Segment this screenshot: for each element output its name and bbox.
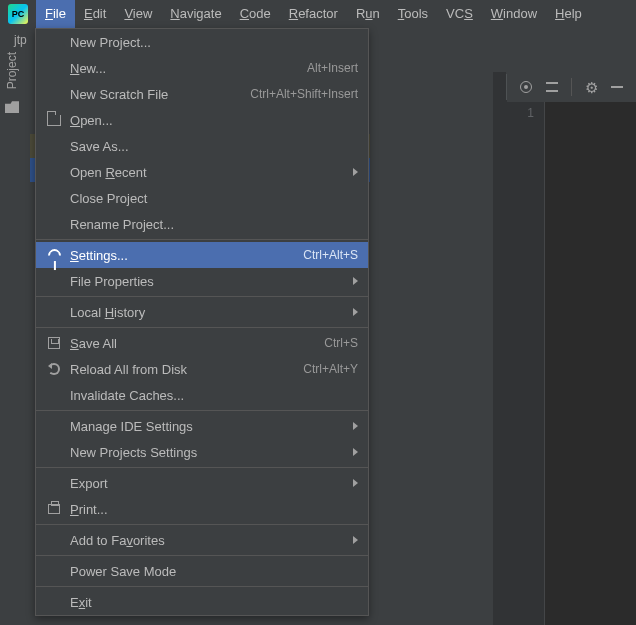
select-opened-file-button[interactable]	[515, 76, 537, 98]
chevron-right-icon	[353, 448, 358, 456]
menu-item-save-as[interactable]: Save As...	[36, 133, 368, 159]
separator	[571, 78, 572, 96]
menu-item-exit[interactable]: Exit	[36, 589, 368, 615]
gear-icon: ⚙	[585, 80, 598, 95]
menu-separator	[36, 555, 368, 556]
settings-button[interactable]: ⚙	[580, 76, 602, 98]
menu-item-label: Reload All from Disk	[70, 362, 303, 377]
menu-item-new-scratch-file[interactable]: New Scratch FileCtrl+Alt+Shift+Insert	[36, 81, 368, 107]
shortcut-text: Alt+Insert	[307, 61, 358, 75]
menu-item-invalidate-caches[interactable]: Invalidate Caches...	[36, 382, 368, 408]
menu-item-add-to-favorites[interactable]: Add to Favorites	[36, 527, 368, 553]
menu-navigate[interactable]: Navigate	[161, 0, 230, 28]
pycharm-logo-icon: PC	[8, 4, 28, 24]
menu-refactor[interactable]: Refactor	[280, 0, 347, 28]
menu-item-label: Add to Favorites	[70, 533, 358, 548]
menu-item-label: Close Project	[70, 191, 358, 206]
menu-item-label: File Properties	[70, 274, 358, 289]
project-tool-window-tab[interactable]: Project	[5, 52, 19, 95]
menu-code[interactable]: Code	[231, 0, 280, 28]
menu-separator	[36, 239, 368, 240]
menu-separator	[36, 524, 368, 525]
menu-item-label: New...	[70, 61, 307, 76]
menu-item-new-projects-settings[interactable]: New Projects Settings	[36, 439, 368, 465]
menu-help[interactable]: Help	[546, 0, 591, 28]
chevron-right-icon	[353, 308, 358, 316]
menu-file[interactable]: File	[36, 0, 75, 28]
menu-item-file-properties[interactable]: File Properties	[36, 268, 368, 294]
shortcut-text: Ctrl+Alt+Y	[303, 362, 358, 376]
wrench-icon	[46, 247, 62, 263]
menu-item-label: Local History	[70, 305, 358, 320]
editor-gutter: 1	[493, 100, 545, 625]
code-editor[interactable]	[545, 100, 636, 625]
menu-item-open[interactable]: Open...	[36, 107, 368, 133]
menu-item-rename-project[interactable]: Rename Project...	[36, 211, 368, 237]
menu-separator	[36, 586, 368, 587]
print-icon	[46, 501, 62, 517]
menu-vcs[interactable]: VCS	[437, 0, 482, 28]
chevron-right-icon	[353, 536, 358, 544]
menu-item-local-history[interactable]: Local History	[36, 299, 368, 325]
expand-all-button[interactable]	[541, 76, 563, 98]
menu-item-label: Export	[70, 476, 358, 491]
minimize-icon	[611, 86, 623, 88]
menu-item-label: Print...	[70, 502, 358, 517]
menu-item-label: New Projects Settings	[70, 445, 358, 460]
menu-item-label: Exit	[70, 595, 358, 610]
menu-item-new[interactable]: New...Alt+Insert	[36, 55, 368, 81]
menu-item-label: Manage IDE Settings	[70, 419, 358, 434]
menu-item-new-project[interactable]: New Project...	[36, 29, 368, 55]
menu-item-close-project[interactable]: Close Project	[36, 185, 368, 211]
menu-item-label: Open Recent	[70, 165, 358, 180]
chevron-right-icon	[353, 479, 358, 487]
menu-item-open-recent[interactable]: Open Recent	[36, 159, 368, 185]
shortcut-text: Ctrl+Alt+S	[303, 248, 358, 262]
hide-button[interactable]	[606, 76, 628, 98]
menu-item-label: Open...	[70, 113, 358, 128]
menu-separator	[36, 467, 368, 468]
stack-icon	[546, 82, 558, 92]
menu-edit[interactable]: Edit	[75, 0, 115, 28]
shortcut-text: Ctrl+Alt+Shift+Insert	[250, 87, 358, 101]
menu-run[interactable]: Run	[347, 0, 389, 28]
folder-icon	[46, 112, 62, 128]
menu-item-label: Save All	[70, 336, 324, 351]
chevron-right-icon	[353, 168, 358, 176]
menu-separator	[36, 296, 368, 297]
menu-tools[interactable]: Tools	[389, 0, 437, 28]
menu-item-reload-all-from-disk[interactable]: Reload All from DiskCtrl+Alt+Y	[36, 356, 368, 382]
menu-separator	[36, 410, 368, 411]
menu-item-label: New Scratch File	[70, 87, 250, 102]
save-icon	[46, 335, 62, 351]
menu-item-power-save-mode[interactable]: Power Save Mode	[36, 558, 368, 584]
chevron-right-icon	[353, 277, 358, 285]
reload-icon	[46, 361, 62, 377]
menu-view[interactable]: View	[115, 0, 161, 28]
menu-item-settings[interactable]: Settings...Ctrl+Alt+S	[36, 242, 368, 268]
editor-area: main.py × 1	[493, 72, 636, 625]
menu-item-label: Settings...	[70, 248, 303, 263]
menu-item-label: Invalidate Caches...	[70, 388, 358, 403]
menubar: PC FileEditViewNavigateCodeRefactorRunTo…	[0, 0, 636, 28]
chevron-right-icon	[353, 422, 358, 430]
menu-item-manage-ide-settings[interactable]: Manage IDE Settings	[36, 413, 368, 439]
shortcut-text: Ctrl+S	[324, 336, 358, 350]
file-menu-dropdown: New Project...New...Alt+InsertNew Scratc…	[35, 28, 369, 616]
menu-item-save-all[interactable]: Save AllCtrl+S	[36, 330, 368, 356]
tool-window-stripe: Project	[0, 52, 24, 172]
target-icon	[520, 81, 532, 93]
menu-separator	[36, 327, 368, 328]
menu-item-print[interactable]: Print...	[36, 496, 368, 522]
menu-item-label: New Project...	[70, 35, 358, 50]
project-toolbar: ⚙	[507, 72, 636, 102]
menu-item-label: Save As...	[70, 139, 358, 154]
menu-item-label: Power Save Mode	[70, 564, 358, 579]
line-number: 1	[493, 106, 534, 120]
folder-icon	[5, 101, 19, 113]
project-name[interactable]: jtp	[14, 33, 27, 47]
menu-window[interactable]: Window	[482, 0, 546, 28]
menu-item-export[interactable]: Export	[36, 470, 368, 496]
menu-item-label: Rename Project...	[70, 217, 358, 232]
